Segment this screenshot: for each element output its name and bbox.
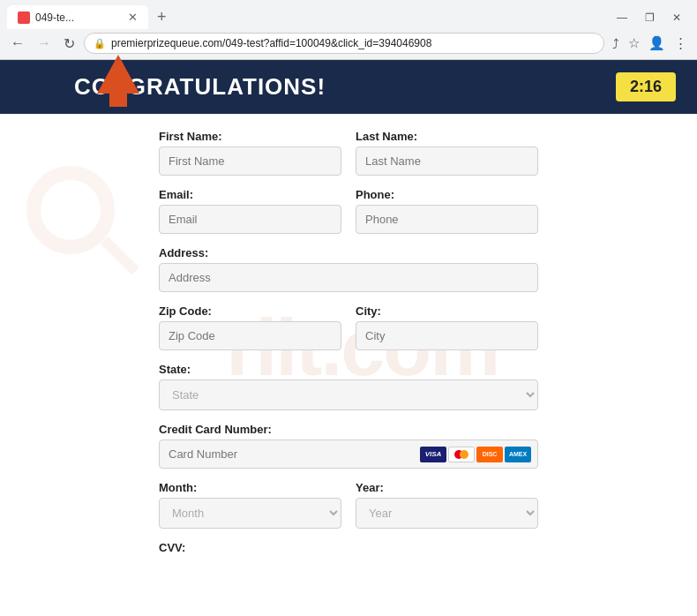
first-name-input[interactable] xyxy=(159,146,341,176)
credit-card-label: Credit Card Number: xyxy=(159,423,538,436)
email-label: Email: xyxy=(159,188,341,201)
url-text: premierprizequeue.com/049-test?affid=100… xyxy=(111,37,595,49)
browser-chrome: 049-te... ✕ + — ❐ ✕ ← → ↻ 🔒 premierprize… xyxy=(0,0,697,60)
zip-group: Zip Code: xyxy=(159,304,341,350)
amex-icon: AMEX xyxy=(505,447,531,462)
cvv-label: CVV: xyxy=(159,541,538,554)
credit-card-group: Credit Card Number: VISA DISC AMEX xyxy=(159,423,538,469)
state-row: State: State AL AK AZ CA xyxy=(159,363,538,410)
arrow-decoration xyxy=(97,55,139,107)
menu-icon[interactable]: ⋮ xyxy=(671,33,690,54)
tab-close-button[interactable]: ✕ xyxy=(128,11,138,24)
forward-button[interactable]: → xyxy=(34,34,55,53)
back-button[interactable]: ← xyxy=(7,34,28,53)
first-name-group: First Name: xyxy=(159,130,341,176)
url-bar[interactable]: 🔒 premierprizequeue.com/049-test?affid=1… xyxy=(84,33,604,54)
address-input[interactable] xyxy=(159,263,538,292)
title-bar: 049-te... ✕ + — ❐ ✕ xyxy=(0,0,697,29)
address-group: Address: xyxy=(159,246,538,292)
email-group: Email: xyxy=(159,188,341,234)
state-select[interactable]: State AL AK AZ CA xyxy=(159,379,538,410)
month-year-row: Month: Month 01 02 03 12 Year: Year 2024… xyxy=(159,481,538,529)
year-select[interactable]: Year 2024 2025 2026 xyxy=(356,498,538,529)
close-button[interactable]: ✕ xyxy=(667,10,686,26)
last-name-label: Last Name: xyxy=(356,130,538,143)
address-row: Address: xyxy=(159,246,538,292)
zip-input[interactable] xyxy=(159,321,341,350)
profile-icon[interactable]: 👤 xyxy=(646,33,668,54)
minimize-button[interactable]: — xyxy=(611,10,633,26)
phone-input[interactable] xyxy=(356,205,538,234)
city-label: City: xyxy=(356,304,538,318)
card-icons: VISA DISC AMEX xyxy=(420,447,531,462)
state-group: State: State AL AK AZ CA xyxy=(159,363,538,410)
city-input[interactable] xyxy=(356,321,538,350)
timer-badge: 2:16 xyxy=(616,72,676,101)
toolbar-actions: ⤴ ☆ 👤 ⋮ xyxy=(610,33,690,54)
page-wrapper: CONGRATULATIONS! 2:16 rilt.com First Nam… xyxy=(0,60,697,582)
tab-title: 049-te... xyxy=(35,11,74,24)
month-group: Month: Month 01 02 03 12 xyxy=(159,481,341,529)
phone-group: Phone: xyxy=(356,188,538,234)
new-tab-button[interactable]: + xyxy=(152,8,172,26)
discover-icon: DISC xyxy=(476,447,503,462)
lock-icon: 🔒 xyxy=(94,38,106,49)
share-icon[interactable]: ⤴ xyxy=(610,34,622,54)
form-area: First Name: Last Name: Email: Phone: Add… xyxy=(0,114,697,582)
first-name-label: First Name: xyxy=(159,130,341,143)
email-phone-row: Email: Phone: xyxy=(159,188,538,234)
card-input-wrapper: VISA DISC AMEX xyxy=(159,439,538,469)
state-label: State: xyxy=(159,363,538,376)
zip-city-row: Zip Code: City: xyxy=(159,304,538,350)
bookmark-icon[interactable]: ☆ xyxy=(626,33,642,54)
restore-button[interactable]: ❐ xyxy=(640,10,660,26)
email-input[interactable] xyxy=(159,205,341,234)
month-select[interactable]: Month 01 02 03 12 xyxy=(159,498,341,529)
last-name-group: Last Name: xyxy=(356,130,538,176)
header-banner: CONGRATULATIONS! 2:16 xyxy=(0,60,697,114)
mastercard-icon xyxy=(448,447,475,462)
address-label: Address: xyxy=(159,246,538,259)
credit-card-row: Credit Card Number: VISA DISC AMEX xyxy=(159,423,538,469)
city-group: City: xyxy=(356,304,538,350)
visa-icon: VISA xyxy=(420,447,446,462)
zip-label: Zip Code: xyxy=(159,304,341,318)
cvv-group: CVV: xyxy=(159,541,538,554)
year-label: Year: xyxy=(356,481,538,494)
tab-favicon xyxy=(18,11,30,24)
cvv-row: CVV: xyxy=(159,541,538,554)
browser-tab[interactable]: 049-te... ✕ xyxy=(7,5,148,29)
refresh-button[interactable]: ↻ xyxy=(60,34,79,54)
last-name-input[interactable] xyxy=(356,146,538,176)
month-label: Month: xyxy=(159,481,341,494)
year-group: Year: Year 2024 2025 2026 xyxy=(356,481,538,529)
name-row: First Name: Last Name: xyxy=(159,130,538,176)
window-controls: — ❐ ✕ xyxy=(611,10,690,26)
phone-label: Phone: xyxy=(356,188,538,201)
